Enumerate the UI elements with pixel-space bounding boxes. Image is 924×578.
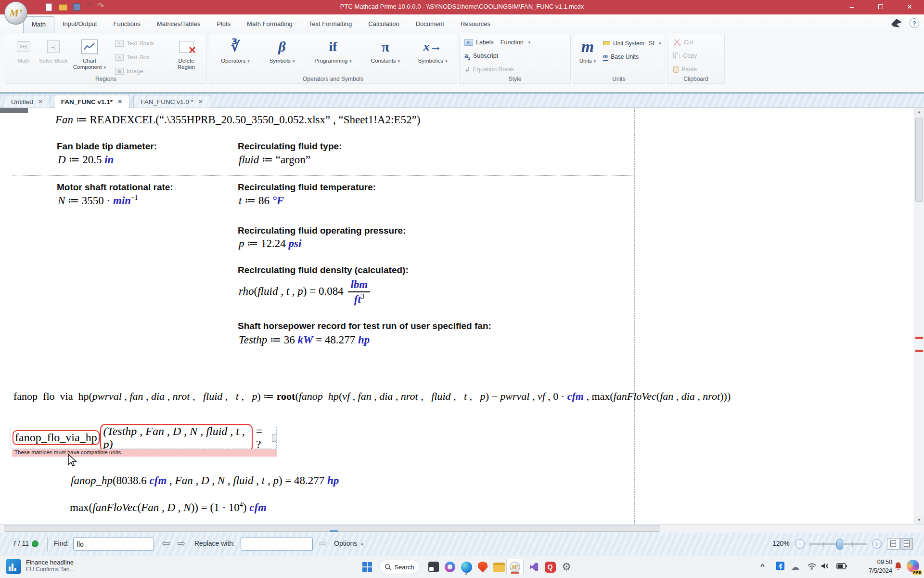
text-region[interactable]: Fan blade tip diameter: [57,141,157,152]
file-explorer-button[interactable] [491,559,507,575]
clock[interactable]: 09:50 7/5/2024 [856,558,892,575]
options-button[interactable]: Options ▾ [334,539,363,547]
edge-browser-button[interactable] [458,559,475,575]
task-view-button[interactable] [425,559,442,575]
ribbon-tab-matrices-tables[interactable]: Matrices/Tables [149,16,208,33]
search-box[interactable]: Search [379,560,420,574]
speaker-icon[interactable] [821,563,829,571]
ribbon-tab-input-output[interactable]: Input/Output [54,16,105,33]
open-file-icon[interactable] [59,4,67,11]
unit-placeholder-box[interactable] [272,434,276,442]
chart-component-button[interactable]: Chart Component▾ [69,37,110,70]
ribbon-tab-text-formatting[interactable]: Text Formatting [301,16,360,33]
labels-button[interactable]: m Labels Function ▾ [464,37,530,48]
find-input[interactable] [73,538,154,551]
text-region[interactable]: Recirculating fluid temperature: [238,182,376,193]
vertical-scroll-thumb[interactable] [915,118,923,202]
math-region[interactable]: p ≔ 12.24 psi [239,237,301,250]
programming-button[interactable]: if Programming▾ [307,37,359,64]
text-region[interactable]: Recirculating fluid type: [238,141,342,152]
notification-bell-icon[interactable] [894,562,902,572]
zoom-slider-thumb[interactable] [836,539,843,550]
page-view-button[interactable] [887,538,899,550]
close-button[interactable]: ✕ [896,0,923,13]
symbolics-button[interactable]: x→ Symbolics▾ [411,37,455,64]
new-file-icon[interactable] [46,3,52,11]
minimize-button[interactable]: – [838,0,865,13]
ribbon-tab-plots[interactable]: Plots [208,16,239,33]
ribbon-tab-resources[interactable]: Resources [452,16,499,33]
scroll-up-icon[interactable]: ▲ [914,108,924,116]
math-region[interactable]: rho(fluid , t , p) = 0.084 lbmft3 [239,278,370,306]
operators-button[interactable]: ∛ Operators▾ [213,37,257,64]
text-region[interactable]: Shaft horsepower record for test run of … [238,321,491,331]
onedrive-cloud-icon[interactable]: ☁ [791,562,799,572]
widgets-button[interactable]: Finance headline EU Confirms Tari... [6,559,74,574]
document-tab[interactable]: FAN_FUNC v1.0 *✕ [133,95,210,108]
math-region[interactable]: N ≔ 3550 · min−1 [58,194,138,207]
subscript-button[interactable]: a2 Subscript [464,51,498,61]
wifi-icon[interactable] [808,563,816,571]
ribbon-tab-math-formatting[interactable]: Math Formatting [239,16,301,33]
brave-browser-button[interactable] [475,559,491,575]
error-function-name[interactable]: fanop_flo_via_hp [13,430,100,445]
ribbon-tab-functions[interactable]: Functions [105,16,148,33]
label-style-value[interactable]: Function [500,39,524,46]
tab-close-icon[interactable]: ✕ [198,98,203,105]
zoom-in-button[interactable]: + [872,539,882,549]
text-region[interactable]: Recirculating fluid density (calculated)… [238,265,409,276]
help-icon[interactable]: ? [910,18,919,28]
tab-close-icon[interactable]: ✕ [38,98,43,105]
ribbon-tab-calculation[interactable]: Calculation [360,16,407,33]
save-icon[interactable] [73,3,80,11]
math-region[interactable]: max(fanFloVec(Fan , D , N)) = (1 · 104) … [70,501,267,514]
mathcad-app-menu-button[interactable]: M’ [4,1,27,25]
settings-button[interactable]: ⚙ [558,559,575,575]
replace-button[interactable]: ⇨ [319,538,327,549]
start-button[interactable] [359,559,375,575]
copilot-button[interactable]: PRE [907,560,920,573]
delete-region-button[interactable]: ✕ Delete Region [171,37,202,70]
draft-view-button[interactable] [900,538,913,550]
loop-app-button[interactable] [442,559,458,575]
q-app-button[interactable]: Q [542,559,558,575]
visual-studio-button[interactable] [526,559,542,575]
text-region[interactable]: Recirculating fluid operating pressure: [238,225,406,236]
math-region[interactable]: fluid ≔ “argon” [239,153,310,166]
math-region[interactable]: t ≔ 86 °F [239,194,284,207]
document-tab[interactable]: Untitled✕ [4,95,50,108]
ribbon-tab-math[interactable]: Math [23,16,54,33]
zoom-out-button[interactable]: − [795,539,805,549]
battery-icon[interactable] [836,563,847,571]
selected-math-region[interactable]: fanop_flo_via_hp (Testhp , Fan , D , N ,… [11,427,277,448]
redo-icon[interactable]: ↷ [97,2,104,10]
math-region[interactable]: Testhp ≔ 36 kW = 48.277 hp [239,333,370,346]
text-region[interactable]: Motor shaft rotational rate: [57,182,173,193]
ribbon-tab-document[interactable]: Document [408,16,452,33]
base-units-button[interactable]: m Base Units [603,52,639,62]
mathcad-taskbar-button[interactable]: M’ [506,559,524,575]
tab-close-icon[interactable]: ✕ [117,98,122,105]
units-button[interactable]: m Units▾ [574,37,601,64]
math-region[interactable]: D ≔ 20.5 in [58,153,114,166]
tray-overflow-chevron-icon[interactable]: ^ [760,562,765,570]
vertical-scrollbar[interactable]: ▲ ▼ [914,108,924,524]
worksheet[interactable] [0,108,914,524]
scroll-down-icon[interactable]: ▼ [914,516,924,524]
zoom-slider[interactable] [809,543,867,545]
math-region[interactable]: Fan ≔ READEXCEL(“.\355HPRB_20.50_3550_0.… [55,113,420,126]
find-previous-button[interactable]: ⇦ [162,538,170,549]
bluetooth-icon[interactable] [776,562,784,570]
unit-system-selector[interactable]: Unit System: SI ▾ [603,38,661,49]
find-next-button[interactable]: ⇨ [177,538,186,549]
restore-button[interactable] [867,0,894,13]
math-region[interactable]: fanop_hp(8038.6 cfm , Fan , D , N , flui… [71,474,339,487]
replace-input[interactable] [241,538,313,551]
horizontal-scrollbar[interactable] [0,524,924,533]
undo-icon[interactable]: ↶ [86,2,92,10]
symbols-button[interactable]: β Symbols▾ [261,37,303,64]
error-function-args[interactable]: (Testhp , Fan , D , N , fluid , t , p) [100,424,253,452]
math-region[interactable]: fanop_flo_via_hp(pwrval , fan , dia , nr… [13,390,731,403]
document-tab[interactable]: FAN_FUNC v1.1*✕ [54,95,129,108]
constants-button[interactable]: π Constants▾ [362,37,409,64]
